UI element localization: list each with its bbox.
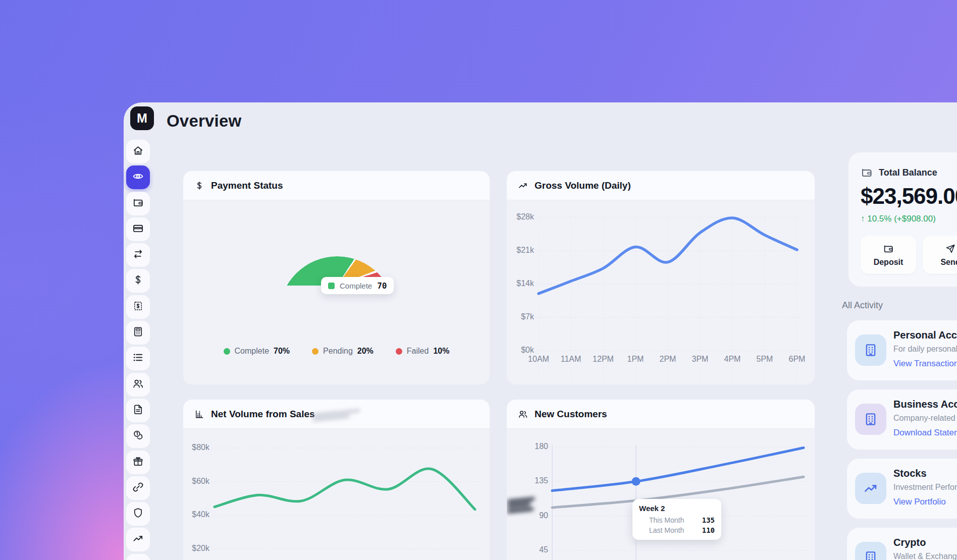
chart-tooltip: Week 2 This Month 135 Last Month 110 xyxy=(632,499,721,540)
sidebar xyxy=(126,140,150,560)
x-axis-tick: 12PM xyxy=(588,355,618,364)
y-axis-tick: $7k xyxy=(521,312,534,321)
sidebar-item-users[interactable] xyxy=(126,373,150,397)
balance-delta: ↑ 10.5% (+$908.00) xyxy=(861,214,936,224)
eye-icon xyxy=(132,171,144,184)
sidebar-item-shield[interactable] xyxy=(126,502,150,526)
x-axis-tick: 10AM xyxy=(523,355,554,364)
activity-link[interactable]: View Portfolio xyxy=(893,497,946,507)
sidebar-item-link[interactable] xyxy=(126,476,150,500)
activity-card-crypto[interactable]: Crypto Wallet & Exchange xyxy=(847,528,957,560)
activity-card-business-account[interactable]: Business Account Company-related Downloa… xyxy=(847,389,957,450)
gauge-tooltip: Complete 70 xyxy=(321,277,394,294)
calculator-icon xyxy=(132,326,144,340)
wallet-icon xyxy=(861,166,873,179)
activity-list: Personal Account For daily personal View… xyxy=(847,320,957,560)
activity-title: Stocks xyxy=(893,468,927,479)
send-icon xyxy=(945,243,956,254)
sidebar-item-receipt[interactable] xyxy=(126,295,150,319)
sidebar-item-gift[interactable] xyxy=(126,451,150,474)
tooltip-row: Last Month 110 xyxy=(639,526,715,534)
y-axis-tick: 90 xyxy=(539,511,548,520)
y-axis-tick: $60k xyxy=(192,477,209,486)
sidebar-item-wallet[interactable] xyxy=(126,192,150,215)
gift-icon xyxy=(132,456,144,469)
sidebar-item-list[interactable] xyxy=(126,347,150,370)
legend-label: Pending xyxy=(323,347,353,356)
tooltip-row-label: This Month xyxy=(649,516,684,524)
send-label: Send xyxy=(940,258,957,267)
legend-value: 20% xyxy=(357,347,374,356)
tooltip-row: This Month 135 xyxy=(639,516,715,524)
activity-card-stocks[interactable]: Stocks Investment Perfor View Portfolio xyxy=(847,459,957,519)
transfer-icon xyxy=(132,248,144,262)
y-axis-tick: $14k xyxy=(516,279,534,288)
list-icon xyxy=(132,352,144,365)
y-axis-tick: $20k xyxy=(192,544,209,553)
document-icon xyxy=(132,404,144,417)
receipt-icon xyxy=(132,300,144,314)
app-logo[interactable]: M xyxy=(130,106,154,130)
home-icon xyxy=(132,145,144,158)
page-title: Overview xyxy=(167,111,241,131)
legend-dot-icon xyxy=(224,348,230,355)
x-axis-tick: 3PM xyxy=(685,355,715,364)
coins-icon xyxy=(132,429,144,443)
activity-title: Crypto xyxy=(893,537,926,548)
deposit-button[interactable]: Deposit xyxy=(861,236,916,274)
payment-status-card: Complete 70 Complete 70% Pending 20% Fai… xyxy=(183,171,490,384)
tooltip-row-value: 135 xyxy=(702,516,715,524)
users-icon xyxy=(518,409,528,419)
sidebar-item-dollar[interactable] xyxy=(126,269,150,293)
x-axis-tick: 5PM xyxy=(750,355,780,364)
legend-dot-icon xyxy=(312,348,318,355)
send-button[interactable]: Send xyxy=(923,236,957,274)
total-balance-label: Total Balance xyxy=(879,167,937,178)
tooltip-value: 70 xyxy=(377,281,387,291)
sidebar-item-coins[interactable] xyxy=(126,424,150,448)
x-axis-tick: 6PM xyxy=(782,355,812,364)
activity-link[interactable]: View Transaction xyxy=(893,359,957,369)
y-axis-tick: $28k xyxy=(516,212,534,221)
card-header: Payment Status xyxy=(183,171,490,200)
sidebar-item-archive[interactable] xyxy=(126,554,150,560)
legend-value: 10% xyxy=(433,347,449,356)
y-axis-tick: $40k xyxy=(192,510,209,519)
x-axis-tick: 2PM xyxy=(653,355,683,364)
sidebar-item-eye[interactable] xyxy=(126,165,150,189)
sidebar-item-calculator[interactable] xyxy=(126,321,150,345)
users-icon xyxy=(132,378,144,391)
y-axis-tick: 135 xyxy=(535,476,548,485)
tooltip-title: Week 2 xyxy=(639,504,715,513)
y-axis-tick: 45 xyxy=(539,545,548,554)
credit-card-icon xyxy=(132,222,144,236)
sidebar-item-home[interactable] xyxy=(126,140,150,163)
net-volume-card: $20k$40k$60k$80k Net Volume from Sales xyxy=(183,400,490,560)
trend-up-icon xyxy=(132,533,144,546)
trend-up-icon xyxy=(855,473,886,504)
x-axis-tick: 11AM xyxy=(556,355,586,364)
card-title: Payment Status xyxy=(211,180,283,191)
legend-item: Failed 10% xyxy=(396,347,450,356)
tooltip-row-label: Last Month xyxy=(649,526,684,534)
new-customers-card: Week 2 This Month 135 Last Month 110 459… xyxy=(507,400,815,560)
legend-item: Pending 20% xyxy=(312,347,374,356)
blurred-region xyxy=(508,497,537,514)
building-icon xyxy=(855,542,886,560)
card-title: Gross Volume (Daily) xyxy=(535,180,631,191)
sidebar-item-credit-card[interactable] xyxy=(126,217,150,241)
sidebar-item-transfer[interactable] xyxy=(126,243,150,267)
activity-card-personal-account[interactable]: Personal Account For daily personal View… xyxy=(847,320,957,380)
sidebar-item-trend-up[interactable] xyxy=(126,528,150,551)
this-month-swatch-icon xyxy=(639,517,645,523)
sidebar-item-document[interactable] xyxy=(126,399,150,422)
deposit-label: Deposit xyxy=(874,258,903,267)
trend-up-icon xyxy=(518,181,528,191)
dashboard-surface: M Overview Complete 70 Complete 70% Pend… xyxy=(124,102,957,560)
activity-link[interactable]: Download Statement xyxy=(893,428,957,438)
activity-title: Business Account xyxy=(893,399,957,410)
tooltip-swatch-icon xyxy=(328,283,335,289)
card-header: Gross Volume (Daily) xyxy=(507,171,815,200)
gross-volume-chart: $0k$7k$14k$21k$28k10AM11AM12PM1PM2PM3PM4… xyxy=(507,171,815,384)
activity-title: Personal Account xyxy=(893,329,957,341)
